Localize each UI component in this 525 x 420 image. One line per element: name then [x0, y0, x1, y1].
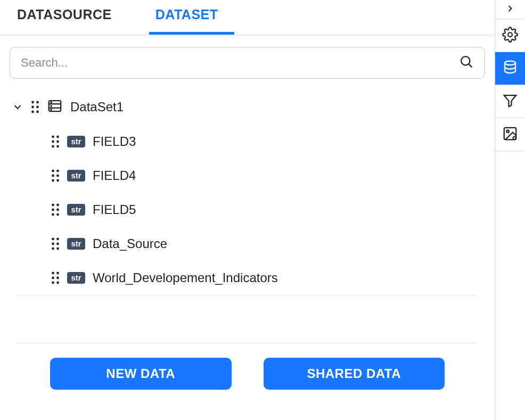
svg-point-33 [56, 238, 59, 241]
tabs-bar: DATASOURCE DATASET [0, 0, 495, 35]
svg-point-28 [52, 209, 54, 211]
shared-data-label: SHARED DATA [307, 366, 401, 381]
svg-point-22 [52, 175, 54, 177]
search-container [0, 35, 495, 84]
field-row[interactable]: str World_Developement_Indicators [7, 261, 487, 295]
svg-point-21 [56, 170, 59, 172]
svg-point-34 [52, 243, 54, 245]
spacer [7, 295, 487, 343]
svg-point-44 [508, 32, 512, 37]
svg-point-0 [461, 56, 470, 65]
image-gear-icon [502, 126, 518, 144]
svg-line-1 [469, 64, 472, 67]
gear-icon [502, 27, 518, 45]
svg-point-36 [52, 248, 54, 250]
svg-point-37 [56, 248, 59, 250]
svg-point-32 [52, 238, 54, 241]
svg-point-23 [56, 175, 59, 177]
button-row: NEW DATA SHARED DATA [7, 344, 487, 398]
database-icon [47, 98, 63, 116]
main-panel: DATASOURCE DATASET [0, 0, 495, 420]
svg-point-18 [52, 145, 54, 148]
svg-point-30 [52, 213, 54, 216]
database-stack-icon [502, 60, 518, 78]
svg-point-14 [52, 136, 54, 138]
svg-point-11 [51, 102, 52, 103]
svg-point-5 [36, 106, 39, 109]
svg-point-12 [51, 105, 52, 106]
type-badge-str: str [67, 238, 85, 250]
rail-image-settings[interactable] [495, 118, 525, 151]
field-row[interactable]: str FIELD5 [7, 193, 487, 227]
svg-point-39 [56, 272, 59, 275]
rail-settings[interactable] [495, 19, 525, 52]
new-data-button[interactable]: NEW DATA [50, 358, 232, 390]
search-box[interactable] [10, 47, 485, 79]
field-label: FIELD4 [93, 168, 136, 183]
type-badge-str: str [67, 272, 85, 284]
svg-point-4 [31, 106, 34, 109]
field-label: FIELD5 [93, 202, 136, 217]
svg-marker-46 [504, 95, 516, 106]
field-label: FIELD3 [93, 134, 136, 149]
svg-point-38 [52, 272, 54, 275]
drag-handle-icon[interactable] [31, 101, 39, 113]
rail-expand[interactable] [495, 0, 525, 19]
type-badge-str: str [67, 136, 85, 147]
svg-point-2 [31, 101, 34, 104]
svg-point-7 [36, 111, 39, 113]
tab-datasource[interactable]: DATASOURCE [11, 0, 128, 35]
new-data-label: NEW DATA [106, 366, 175, 381]
drag-handle-icon[interactable] [51, 237, 60, 250]
drag-handle-icon[interactable] [51, 169, 60, 182]
svg-point-17 [56, 141, 59, 143]
tab-datasource-label: DATASOURCE [17, 7, 112, 22]
field-label: World_Developement_Indicators [93, 270, 278, 285]
search-icon [459, 54, 474, 71]
svg-point-29 [56, 209, 59, 211]
type-badge-str: str [67, 204, 85, 216]
field-label: Data_Source [93, 236, 167, 251]
field-row[interactable]: str FIELD3 [7, 125, 487, 159]
tab-dataset-label: DATASET [155, 7, 218, 22]
svg-point-6 [31, 111, 34, 113]
svg-point-45 [505, 61, 515, 65]
right-rail [495, 0, 525, 420]
rail-filter[interactable] [495, 85, 525, 118]
dataset-tree: DataSet1 str FIELD3 str FIELD4 str FIELD… [0, 84, 495, 420]
drag-handle-icon[interactable] [51, 271, 60, 284]
svg-point-40 [52, 277, 54, 279]
svg-point-15 [56, 136, 59, 138]
svg-point-19 [56, 145, 59, 148]
svg-point-3 [36, 101, 39, 104]
field-row[interactable]: str FIELD4 [7, 159, 487, 193]
svg-point-43 [56, 282, 59, 284]
chevron-right-icon [505, 3, 515, 16]
rail-data[interactable] [495, 52, 525, 85]
search-input[interactable] [21, 56, 459, 70]
svg-point-41 [56, 277, 59, 279]
svg-point-31 [56, 213, 59, 216]
svg-point-42 [52, 282, 54, 284]
svg-point-48 [506, 130, 509, 133]
chevron-down-icon[interactable] [12, 101, 23, 113]
funnel-icon [502, 93, 518, 111]
svg-point-25 [56, 179, 59, 182]
svg-point-26 [52, 204, 54, 207]
dataset-root[interactable]: DataSet1 [7, 89, 487, 125]
tab-dataset[interactable]: DATASET [149, 0, 234, 35]
drag-handle-icon[interactable] [51, 135, 60, 148]
svg-point-49 [513, 136, 516, 139]
svg-point-20 [52, 170, 54, 172]
svg-point-35 [56, 243, 59, 245]
svg-point-13 [51, 109, 52, 110]
drag-handle-icon[interactable] [51, 203, 60, 216]
field-row[interactable]: str Data_Source [7, 227, 487, 261]
dataset-root-label: DataSet1 [70, 100, 124, 114]
svg-point-27 [56, 204, 59, 207]
shared-data-button[interactable]: SHARED DATA [264, 358, 445, 390]
svg-point-24 [52, 179, 54, 182]
svg-point-16 [52, 141, 54, 143]
type-badge-str: str [67, 170, 85, 182]
